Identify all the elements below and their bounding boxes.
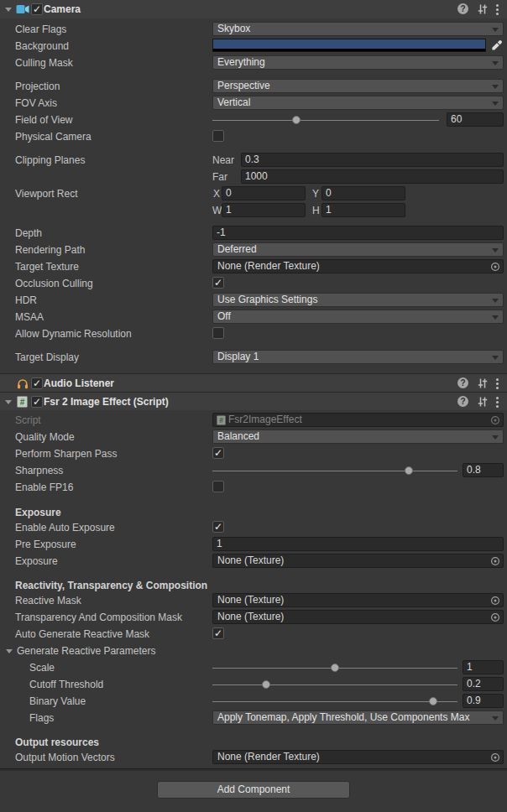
slider-handle[interactable]	[405, 466, 413, 475]
output-motion-vectors-object-field[interactable]: None (Render Texture)	[212, 750, 504, 764]
slider-handle[interactable]	[292, 116, 301, 124]
dropdown-value: Skybox	[213, 23, 503, 35]
row-cutoff-threshold: Cutoff Threshold 0.2	[0, 676, 507, 693]
fsr2-component-header[interactable]: # ✓ Fsr 2 Image Effect (Script) ?	[0, 392, 507, 410]
row-reactive-mask: Reactive Mask None (Texture)	[0, 592, 507, 609]
near-input[interactable]: 0.3	[241, 153, 504, 167]
svg-text:#: #	[20, 398, 25, 407]
row-field-of-view: Field of View 60	[0, 112, 507, 128]
svg-text:#: #	[219, 416, 223, 424]
background-color-swatch[interactable]	[212, 39, 486, 52]
object-picker-icon[interactable]	[488, 414, 502, 425]
enable-fp16-checkbox[interactable]	[212, 481, 224, 492]
cutoff-threshold-slider[interactable]	[212, 684, 457, 685]
camera-component-header[interactable]: ✓ Camera ?	[0, 0, 507, 18]
foldout-arrow-icon[interactable]	[5, 400, 12, 404]
object-picker-icon[interactable]	[488, 261, 502, 272]
physical-camera-checkbox[interactable]	[212, 130, 224, 142]
camera-enabled-checkbox[interactable]: ✓	[31, 3, 43, 15]
presets-icon[interactable]	[477, 377, 489, 389]
far-label: Far	[212, 171, 227, 183]
script-object-field[interactable]: # Fsr2ImageEffect	[212, 413, 504, 427]
target-texture-object-field[interactable]: None (Render Texture)	[212, 259, 504, 273]
row-occlusion-culling: Occlusion Culling ✓	[0, 275, 507, 292]
object-value: None (Render Texture)	[213, 260, 503, 273]
audio-listener-enabled-checkbox[interactable]: ✓	[31, 377, 43, 389]
clear-flags-dropdown[interactable]: Skybox	[212, 22, 504, 36]
binary-value-input[interactable]: 0.9	[463, 694, 504, 708]
field-label: Allow Dynamic Resolution	[15, 328, 132, 340]
sharpness-value-input[interactable]: 0.8	[463, 463, 504, 477]
field-label: Exposure	[15, 555, 58, 567]
eyedropper-icon[interactable]	[489, 39, 504, 52]
rendering-path-dropdown[interactable]: Deferred	[212, 242, 504, 257]
foldout-label[interactable]: Generate Reactive Parameters	[17, 645, 155, 657]
msaa-dropdown[interactable]: Off	[212, 310, 504, 324]
field-label: Rendering Path	[15, 244, 85, 256]
slider-handle[interactable]	[429, 697, 437, 705]
enable-auto-exposure-checkbox[interactable]: ✓	[212, 521, 224, 533]
field-of-view-slider[interactable]	[212, 120, 439, 121]
viewport-y-input[interactable]: 0	[321, 186, 405, 200]
chevron-down-icon	[492, 716, 499, 721]
object-picker-icon[interactable]	[488, 595, 502, 606]
hdr-dropdown[interactable]: Use Graphics Settings	[212, 293, 504, 307]
object-picker-icon[interactable]	[488, 555, 502, 566]
allow-dynamic-resolution-checkbox[interactable]	[212, 327, 224, 339]
viewport-x-input[interactable]: 0	[222, 186, 306, 200]
section-exposure: Exposure	[0, 504, 507, 521]
viewport-h-input[interactable]: 1	[321, 203, 405, 217]
more-menu-icon[interactable]	[496, 397, 499, 399]
foldout-arrow-icon[interactable]	[6, 649, 13, 653]
field-label: Reactive Mask	[15, 595, 81, 606]
transparency-mask-object-field[interactable]: None (Texture)	[212, 610, 504, 624]
perform-sharpen-pass-checkbox[interactable]: ✓	[212, 447, 224, 459]
scale-slider[interactable]	[212, 668, 457, 669]
row-binary-value: Binary Value 0.9	[0, 693, 507, 710]
sharpness-slider[interactable]	[212, 471, 457, 471]
row-fov-axis: FOV Axis Vertical	[0, 95, 507, 112]
value-text: 1000	[242, 170, 503, 183]
scale-value-input[interactable]: 1	[463, 660, 504, 674]
presets-icon[interactable]	[477, 3, 489, 15]
far-input[interactable]: 1000	[241, 169, 504, 184]
object-picker-icon[interactable]	[488, 752, 502, 763]
more-menu-icon[interactable]	[496, 378, 499, 381]
near-label: Near	[212, 154, 234, 166]
object-value: None (Render Texture)	[213, 751, 503, 763]
pre-exposure-input[interactable]: 1	[212, 537, 504, 551]
dropdown-value: Apply Tonemap, Apply Threshold, Use Comp…	[213, 711, 503, 724]
fov-axis-dropdown[interactable]: Vertical	[212, 96, 504, 110]
flags-dropdown[interactable]: Apply Tonemap, Apply Threshold, Use Comp…	[212, 710, 504, 725]
object-picker-icon[interactable]	[488, 612, 502, 622]
slider-handle[interactable]	[331, 664, 339, 672]
row-target-texture: Target Texture None (Render Texture)	[0, 258, 507, 275]
help-icon[interactable]: ?	[457, 377, 468, 388]
quality-mode-dropdown[interactable]: Balanced	[212, 429, 504, 444]
auto-generate-reactive-mask-checkbox[interactable]: ✓	[212, 627, 224, 639]
fsr2-enabled-checkbox[interactable]: ✓	[31, 396, 43, 408]
audio-listener-component-header[interactable]: ✓ Audio Listener ?	[0, 373, 507, 392]
exposure-object-field[interactable]: None (Texture)	[212, 554, 504, 568]
help-icon[interactable]: ?	[457, 3, 468, 14]
target-display-dropdown[interactable]: Display 1	[212, 350, 504, 364]
object-value: None (Texture)	[213, 594, 503, 606]
occlusion-culling-checkbox[interactable]: ✓	[212, 277, 224, 289]
projection-dropdown[interactable]: Perspective	[212, 79, 504, 93]
cutoff-threshold-value-input[interactable]: 0.2	[463, 677, 504, 691]
foldout-arrow-icon[interactable]	[5, 8, 12, 12]
row-depth: Depth -1	[0, 225, 507, 242]
viewport-w-input[interactable]: 1	[222, 203, 306, 217]
reactive-mask-object-field[interactable]: None (Texture)	[212, 593, 504, 607]
row-enable-fp16: Enable FP16	[0, 479, 507, 496]
add-component-button[interactable]: Add Component	[157, 781, 350, 799]
help-icon[interactable]: ?	[457, 396, 468, 407]
more-menu-icon[interactable]	[496, 4, 499, 7]
depth-input[interactable]: -1	[212, 226, 504, 240]
slider-handle[interactable]	[262, 680, 270, 689]
field-of-view-value-input[interactable]: 60	[447, 112, 504, 127]
row-script: Script # Fsr2ImageEffect	[0, 412, 507, 429]
binary-value-slider[interactable]	[212, 701, 457, 702]
culling-mask-dropdown[interactable]: Everything	[212, 55, 504, 70]
presets-icon[interactable]	[477, 396, 489, 408]
